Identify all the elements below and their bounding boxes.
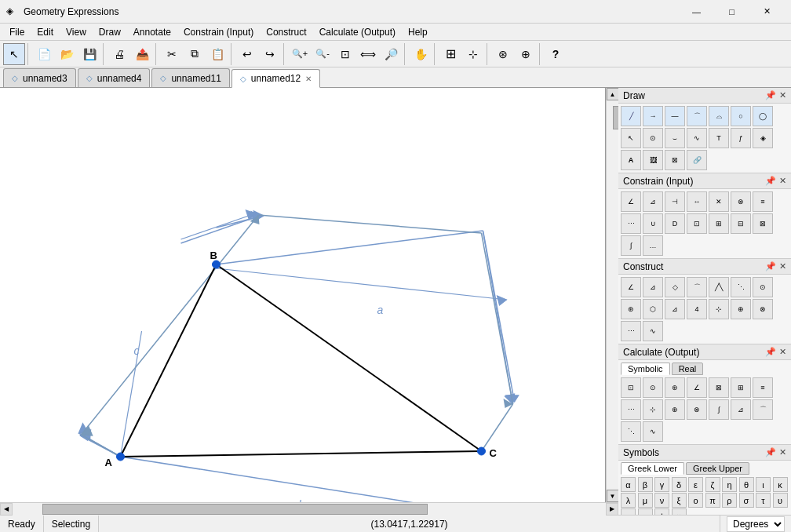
- calc-tab-symbolic[interactable]: Symbolic: [621, 363, 670, 375]
- redo-btn[interactable]: ↪: [259, 43, 281, 65]
- calc-11[interactable]: ⊗: [687, 399, 707, 420]
- constrain-1[interactable]: ∠: [621, 191, 641, 212]
- constrain-13[interactable]: ⊟: [731, 213, 751, 234]
- sym-iota[interactable]: ι: [756, 477, 771, 492]
- menu-calculate[interactable]: Calculate (Output): [313, 24, 402, 41]
- calculate-panel-close[interactable]: ✕: [779, 347, 786, 357]
- construct-10[interactable]: ⊿: [665, 299, 685, 319]
- sym-kappa[interactable]: κ: [773, 477, 788, 492]
- draw-line-btn[interactable]: ╱: [621, 106, 641, 126]
- construct-16[interactable]: ∿: [643, 321, 663, 341]
- sym-zeta[interactable]: ζ: [705, 477, 720, 492]
- draw-formula-btn[interactable]: ƒ: [731, 128, 751, 148]
- paste-btn[interactable]: 📋: [206, 43, 228, 65]
- construct-2[interactable]: ⊿: [643, 277, 663, 297]
- symbols-panel-close[interactable]: ✕: [779, 447, 786, 457]
- construct-5[interactable]: ╱╲: [709, 277, 729, 297]
- sym-pi[interactable]: π: [705, 493, 720, 508]
- calc-10[interactable]: ⊕: [665, 399, 685, 420]
- vscroll-down-btn[interactable]: ▼: [607, 490, 619, 502]
- menu-edit[interactable]: Edit: [31, 24, 60, 41]
- tab-unnamed12[interactable]: ◇ unnamed12 ✕: [231, 69, 320, 88]
- draw-ellipse-btn[interactable]: ◯: [753, 106, 773, 126]
- construct-12[interactable]: ⊹: [709, 299, 729, 319]
- sym-tab-greek-lower[interactable]: Greek Lower: [621, 462, 684, 475]
- sym-nu[interactable]: ν: [654, 493, 669, 508]
- sym-xi[interactable]: ξ: [672, 493, 687, 508]
- calc-13[interactable]: ⊿: [731, 399, 751, 420]
- draw-link-btn[interactable]: 🔗: [687, 150, 707, 170]
- construct-3[interactable]: ◇: [665, 277, 685, 297]
- sym-psi[interactable]: ψ: [654, 508, 669, 515]
- constrain-8[interactable]: ⋯: [621, 213, 641, 234]
- sym-tab-greek-upper[interactable]: Greek Upper: [686, 462, 749, 475]
- units-select[interactable]: Degrees Radians: [727, 516, 785, 532]
- construct-1[interactable]: ∠: [621, 277, 641, 297]
- sym-eta[interactable]: η: [722, 477, 737, 492]
- calc-12[interactable]: ∫: [709, 399, 729, 420]
- constrain-14[interactable]: ⊠: [753, 213, 773, 234]
- calc-16[interactable]: ∿: [643, 421, 663, 442]
- calc-3[interactable]: ⊛: [665, 377, 685, 398]
- draw-exprbox-btn[interactable]: ⊠: [665, 150, 685, 170]
- sym-tau[interactable]: τ: [756, 493, 771, 508]
- tab-close-unnamed12[interactable]: ✕: [305, 75, 312, 83]
- new-file-btn[interactable]: 📄: [33, 43, 55, 65]
- draw-arc-btn[interactable]: ⌓: [709, 106, 729, 126]
- menu-help[interactable]: Help: [402, 24, 434, 41]
- calc-14[interactable]: ⌒: [753, 399, 773, 420]
- constrain-15[interactable]: ∫: [621, 235, 641, 256]
- calc-5[interactable]: ⊠: [709, 377, 729, 398]
- calculate-panel-pin[interactable]: 📌: [765, 347, 776, 357]
- tab-unnamed3[interactable]: ◇ unnamed3: [3, 68, 76, 87]
- construct-11[interactable]: 4: [687, 299, 707, 319]
- draw-textA-btn[interactable]: A: [621, 150, 641, 170]
- draw-panel-close[interactable]: ✕: [779, 90, 786, 100]
- menu-file[interactable]: File: [3, 24, 31, 41]
- draw-spiro-btn[interactable]: ∿: [687, 128, 707, 148]
- vscroll-thumb[interactable]: [613, 106, 619, 129]
- draw-select-btn[interactable]: ↖: [621, 128, 641, 148]
- sym-beta[interactable]: β: [638, 477, 653, 492]
- point-A[interactable]: [117, 453, 125, 461]
- minimize-button[interactable]: —: [679, 0, 714, 24]
- export-btn[interactable]: 📤: [131, 43, 153, 65]
- sym-alpha[interactable]: α: [621, 477, 636, 492]
- hscroll-left-btn[interactable]: ◀: [0, 503, 13, 516]
- construct-15[interactable]: ⋯: [621, 321, 641, 341]
- constrain-11[interactable]: ⊡: [687, 213, 707, 234]
- hscroll-right-btn[interactable]: ▶: [606, 503, 618, 516]
- construct-7[interactable]: ⊙: [753, 277, 773, 297]
- canvas-area[interactable]: a b c A: [0, 88, 606, 502]
- draw-text2-btn[interactable]: T: [709, 128, 729, 148]
- construct-8[interactable]: ⊛: [621, 299, 641, 319]
- construct-panel-close[interactable]: ✕: [779, 261, 786, 271]
- calc-7[interactable]: ≡: [753, 377, 773, 398]
- draw-polyline-btn[interactable]: ⌒: [687, 106, 707, 126]
- menu-constrain[interactable]: Constrain (Input): [177, 24, 260, 41]
- undo-btn[interactable]: ↩: [236, 43, 258, 65]
- open-file-btn[interactable]: 📂: [56, 43, 78, 65]
- draw-circle-btn[interactable]: ○: [731, 106, 751, 126]
- maximize-button[interactable]: □: [714, 0, 749, 24]
- constrain-6[interactable]: ⊗: [731, 191, 751, 212]
- constrain-16[interactable]: …: [643, 235, 663, 256]
- save-file-btn[interactable]: 💾: [78, 43, 100, 65]
- construct-panel-pin[interactable]: 📌: [765, 261, 776, 271]
- sym-omicron[interactable]: ο: [688, 493, 703, 508]
- menu-construct[interactable]: Construct: [260, 24, 312, 41]
- constrain-3[interactable]: ⊣: [665, 191, 685, 212]
- construct-9[interactable]: ⬡: [643, 299, 663, 319]
- sym-gamma[interactable]: γ: [654, 477, 669, 492]
- print-btn[interactable]: 🖨: [108, 43, 130, 65]
- pan-btn[interactable]: ✋: [410, 43, 432, 65]
- close-button[interactable]: ✕: [749, 0, 785, 24]
- calc-8[interactable]: ⋯: [621, 399, 641, 420]
- zoom-sel-btn[interactable]: 🔎: [380, 43, 402, 65]
- calc-2[interactable]: ⊙: [643, 377, 663, 398]
- snap-btn[interactable]: ⊹: [462, 43, 484, 65]
- sym-theta[interactable]: θ: [739, 477, 754, 492]
- sym-lambda[interactable]: λ: [621, 493, 636, 508]
- zoom-in-btn[interactable]: 🔍+: [289, 43, 311, 65]
- constrain-9[interactable]: ∪: [643, 213, 663, 234]
